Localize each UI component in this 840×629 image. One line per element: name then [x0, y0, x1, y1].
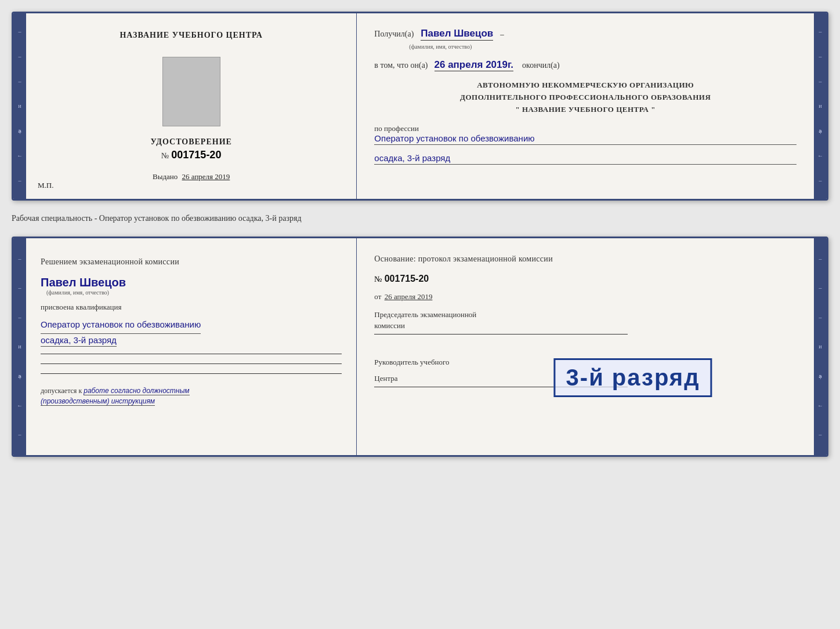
- center-title: НАЗВАНИЕ УЧЕБНОГО ЦЕНТРА: [120, 31, 262, 40]
- protocol-prefix: №: [374, 275, 382, 283]
- permitted-value: работе согласно должностным: [84, 387, 189, 395]
- decoration-tick: ←: [817, 402, 823, 409]
- separator1: [41, 354, 342, 354]
- protocol-number: 001715-20: [385, 274, 429, 283]
- decoration-tick: –: [19, 314, 21, 321]
- cert-number: 001715-20: [171, 149, 221, 161]
- org-block: АВТОНОМНУЮ НЕКОММЕРЧЕСКУЮ ОРГАНИЗАЦИЮ ДО…: [374, 79, 796, 115]
- mp-label: М.П.: [38, 181, 53, 190]
- cert-number-prefix: №: [161, 151, 169, 160]
- protocol-line: № 001715-20: [374, 274, 796, 284]
- decoration-tick: а̣: [18, 128, 21, 134]
- profession-value: Оператор установок по обезвоживанию: [374, 133, 796, 145]
- decoration-tick: –: [819, 314, 822, 321]
- decoration-tick: а̣: [819, 128, 822, 134]
- fio-subtitle-2: (фамилия, имя, отчество): [46, 289, 126, 296]
- org-line3: " НАЗВАНИЕ УЧЕБНОГО ЦЕНТРА ": [374, 104, 796, 116]
- decoration-tick: и: [819, 103, 821, 109]
- left-decoration: – – – и а̣ ← –: [13, 13, 26, 199]
- date-value-2: 26 апреля 2019: [385, 292, 433, 301]
- permitted-block: допускается к работе согласно должностны…: [41, 386, 190, 406]
- date-prefix: от: [374, 292, 381, 301]
- chairman-label: Председатель экзаменационной: [374, 310, 796, 320]
- person-block-2: Павел Швецов (фамилия, имя, отчество): [41, 273, 126, 296]
- middle-description: Рабочая специальность - Оператор установ…: [12, 211, 828, 226]
- doc1-inner: НАЗВАНИЕ УЧЕБНОГО ЦЕНТРА УДОСТОВЕРЕНИЕ №…: [26, 13, 814, 199]
- date-value: 26 апреля 2019г.: [435, 59, 514, 71]
- finished-label: окончил(а): [522, 61, 560, 70]
- chairman-block: Председатель экзаменационной комиссии: [374, 310, 796, 334]
- decoration-tick: и: [18, 103, 21, 109]
- org-line2: ДОПОЛНИТЕЛЬНОГО ПРОФЕССИОНАЛЬНОГО ОБРАЗО…: [374, 92, 796, 104]
- page-container: – – – и а̣ ← – НАЗВАНИЕ УЧЕБНОГО ЦЕНТРА …: [12, 12, 828, 457]
- decoration-tick: –: [819, 431, 822, 438]
- decoration-tick: ←: [17, 152, 23, 159]
- stamp-text: 3-й разряд: [566, 365, 700, 391]
- decoration-tick: –: [19, 28, 21, 35]
- right-decoration: – – – и а̣ ← –: [814, 13, 827, 199]
- permitted-label: допускается к: [41, 387, 82, 395]
- decoration-tick: ←: [817, 152, 823, 159]
- dash1: –: [500, 30, 504, 38]
- bottom-document: – – – и а̣ ← – Решением экзаменационной …: [12, 237, 828, 457]
- basis-text: Основание: протокол экзаменационной коми…: [374, 253, 796, 266]
- decoration-tick: –: [819, 285, 822, 291]
- decoration-tick: а̣: [18, 373, 21, 379]
- decoration-tick: –: [19, 177, 21, 184]
- rank-value: осадка, 3-й разряд: [374, 153, 796, 165]
- decoration-tick: –: [819, 53, 822, 60]
- decoration-tick: и: [819, 343, 821, 350]
- decoration-tick: и: [18, 343, 21, 350]
- completed-line: в том, что он(а) 26 апреля 2019г. окончи…: [374, 59, 796, 71]
- decoration-tick: –: [819, 177, 822, 184]
- decoration-tick: а̣: [819, 373, 822, 379]
- decoration-tick: –: [19, 256, 21, 262]
- separator3: [41, 373, 342, 374]
- date-line: от 26 апреля 2019: [374, 292, 796, 301]
- decoration-tick: –: [19, 431, 21, 438]
- right-decoration-2: – – – и а̣ ← –: [814, 238, 827, 455]
- photo-placeholder: [162, 57, 220, 126]
- chairman-signature-line: [374, 334, 628, 335]
- in-that-label: в том, что он(а): [374, 61, 428, 70]
- qualification-line2: осадка, 3-й разряд: [41, 335, 117, 347]
- assigned-label: присвоена квалификация: [41, 303, 121, 312]
- qualification-line1: Оператор установок по обезвоживанию: [41, 317, 201, 334]
- decoration-tick: –: [19, 78, 21, 85]
- top-document: – – – и а̣ ← – НАЗВАНИЕ УЧЕБНОГО ЦЕНТРА …: [12, 12, 828, 201]
- profession-label: по профессии: [374, 124, 796, 133]
- person-name-2: Павел Швецов: [41, 276, 126, 289]
- doc1-right: Получил(а) Павел Швецов – (фамилия, имя,…: [357, 13, 814, 199]
- decoration-tick: ←: [17, 402, 23, 409]
- rank-block: осадка, 3-й разряд: [374, 153, 796, 165]
- person-name: Павел Швецов: [421, 28, 493, 41]
- decoration-tick: –: [819, 78, 822, 85]
- qualification-block: Оператор установок по обезвоживанию осад…: [41, 317, 201, 347]
- issued-line: Выдано 26 апреля 2019: [153, 172, 230, 181]
- doc2-right: Основание: протокол экзаменационной коми…: [357, 238, 814, 455]
- decoration-tick: –: [19, 285, 21, 291]
- decoration-tick: –: [19, 53, 21, 60]
- issued-label: Выдано: [153, 172, 178, 181]
- decision-text: Решением экзаменационной комиссии: [41, 256, 179, 268]
- received-line: Получил(а) Павел Швецов – (фамилия, имя,…: [374, 28, 796, 51]
- chairman-label2: комиссии: [374, 321, 796, 331]
- permitted-value2: (производственным) инструкциям: [41, 397, 155, 406]
- left-decoration-2: – – – и а̣ ← –: [13, 238, 26, 455]
- decoration-tick: –: [819, 256, 822, 262]
- doc1-left: НАЗВАНИЕ УЧЕБНОГО ЦЕНТРА УДОСТОВЕРЕНИЕ №…: [26, 13, 357, 199]
- stamp-overlay: 3-й разряд: [554, 358, 712, 397]
- org-line1: АВТОНОМНУЮ НЕКОММЕРЧЕСКУЮ ОРГАНИЗАЦИЮ: [374, 79, 796, 92]
- cert-title: УДОСТОВЕРЕНИЕ: [150, 137, 231, 147]
- doc2-left: Решением экзаменационной комиссии Павел …: [26, 238, 357, 455]
- received-label: Получил(а): [374, 30, 414, 38]
- separator2: [41, 363, 342, 364]
- doc2-inner: Решением экзаменационной комиссии Павел …: [26, 238, 814, 455]
- fio-subtitle: (фамилия, имя, отчество): [409, 43, 472, 50]
- decoration-tick: –: [819, 28, 822, 35]
- issued-date: 26 апреля 2019: [182, 172, 230, 181]
- profession-block: по профессии Оператор установок по обезв…: [374, 124, 796, 145]
